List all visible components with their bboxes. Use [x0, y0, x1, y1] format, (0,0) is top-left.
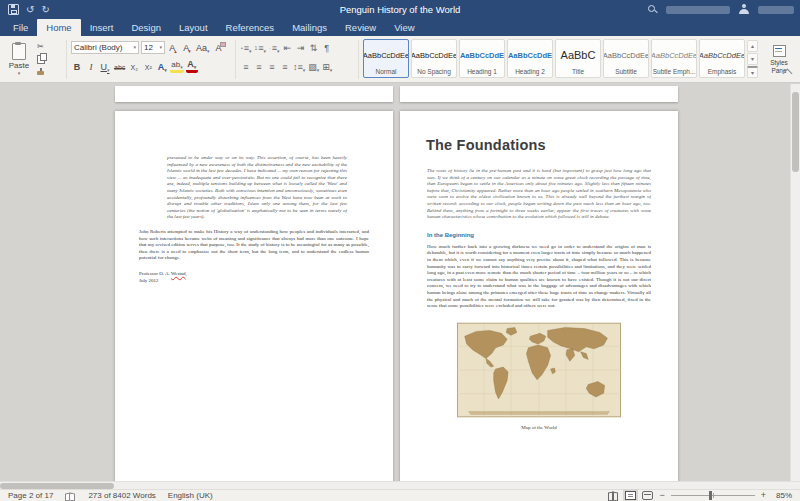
- signature-line[interactable]: Professor O. A. Westad,: [139, 271, 369, 276]
- numbering-button[interactable]: 1≡▾: [254, 41, 268, 54]
- previous-page-bottom-right: [400, 86, 678, 102]
- misspelled-word[interactable]: Westad: [171, 271, 186, 276]
- zoom-slider-thumb[interactable]: [709, 491, 712, 500]
- italic-button[interactable]: I: [85, 60, 97, 73]
- style-subtle-emphasis[interactable]: AaBbCcDdEe Subtle Emph...: [651, 39, 697, 78]
- style-heading-1[interactable]: AaBbCcDdE Heading 1: [459, 39, 505, 78]
- styles-scroll-up-button[interactable]: ▴: [747, 40, 758, 52]
- chapter-body-paragraph[interactable]: How much further back into a growing dar…: [427, 244, 651, 310]
- read-mode-button[interactable]: [608, 491, 619, 500]
- paste-button[interactable]: Paste ▾: [4, 39, 34, 80]
- zoom-level[interactable]: 85%: [772, 491, 792, 500]
- sort-button[interactable]: ⇅: [308, 41, 320, 54]
- line-spacing-button[interactable]: ↕≡▾: [292, 60, 306, 73]
- subscript-button[interactable]: X₂: [128, 60, 140, 73]
- show-formatting-marks-button[interactable]: ¶: [321, 41, 333, 54]
- proofing-status-icon[interactable]: [65, 492, 76, 500]
- bold-button[interactable]: B: [71, 60, 83, 73]
- style-subtitle[interactable]: AaBbCcDdEe Subtitle: [603, 39, 649, 78]
- redacted-signin-text: [666, 6, 730, 14]
- style-emphasis[interactable]: AaBbCcDdEe Emphasis: [699, 39, 745, 78]
- shading-button[interactable]: ▨▾: [307, 60, 320, 73]
- format-painter-button[interactable]: [37, 67, 45, 78]
- format-painter-icon: [37, 71, 44, 75]
- tab-home[interactable]: Home: [37, 19, 80, 36]
- document-canvas[interactable]: presumed to be under way or on its way. …: [0, 84, 800, 481]
- justify-button[interactable]: ≡: [279, 60, 291, 73]
- styles-scroll-down-button[interactable]: ▾: [747, 53, 758, 65]
- underline-button[interactable]: U▾: [99, 60, 111, 73]
- word-count[interactable]: 273 of 8402 Words: [88, 491, 155, 500]
- styles-more-button[interactable]: ▾: [747, 66, 758, 78]
- increase-indent-button[interactable]: ⇥: [295, 41, 307, 54]
- preface-quote-paragraph[interactable]: presumed to be under way or on its way. …: [167, 155, 347, 221]
- bullets-button[interactable]: •≡▾: [240, 41, 253, 54]
- zoom-out-button[interactable]: −: [659, 491, 664, 500]
- vertical-scrollbar-thumb[interactable]: [792, 92, 799, 172]
- borders-button[interactable]: ⊞▾: [321, 60, 333, 73]
- zoom-slider[interactable]: [671, 491, 755, 500]
- page-left[interactable]: presumed to be under way or on its way. …: [115, 111, 393, 481]
- clear-formatting-button[interactable]: A: [213, 41, 225, 54]
- align-right-button[interactable]: ≡: [266, 60, 278, 73]
- vertical-scrollbar[interactable]: [790, 84, 800, 481]
- grow-font-button[interactable]: A▴: [167, 41, 179, 54]
- clipboard-small-buttons: ✂: [37, 39, 45, 78]
- multilevel-list-button[interactable]: ·≡▾: [268, 41, 280, 54]
- highlight-color-button[interactable]: ab▾: [170, 60, 183, 73]
- font-size-select[interactable]: 12 ▾: [141, 41, 165, 54]
- section-subheading[interactable]: In the Beginning: [427, 232, 651, 238]
- title-bar-right: [647, 0, 794, 19]
- font-family-value: Calibri (Body): [74, 43, 122, 52]
- tab-mailings[interactable]: Mailings: [283, 19, 336, 36]
- account-icon[interactable]: [738, 4, 750, 15]
- tab-insert[interactable]: Insert: [81, 19, 123, 36]
- shrink-font-button[interactable]: A▾: [181, 41, 193, 54]
- undo-button[interactable]: ↺: [26, 5, 34, 15]
- redo-button[interactable]: ↻: [41, 5, 49, 15]
- tab-review[interactable]: Review: [336, 19, 385, 36]
- style-normal[interactable]: AaBbCcDdEe Normal: [363, 39, 409, 78]
- font-color-button[interactable]: A▾: [186, 60, 198, 73]
- page-indicator[interactable]: Page 2 of 17: [8, 491, 53, 500]
- quick-access-toolbar: ↺ ↻: [0, 4, 50, 15]
- style-heading-2[interactable]: AaBbCcDdE Heading 2: [507, 39, 553, 78]
- tab-view[interactable]: View: [385, 19, 423, 36]
- strikethrough-button[interactable]: abc: [113, 60, 126, 73]
- preface-paragraph[interactable]: John Roberts attempted to make his Histo…: [139, 229, 369, 262]
- tab-layout[interactable]: Layout: [170, 19, 217, 36]
- web-layout-button[interactable]: [642, 491, 653, 500]
- align-center-icon: ≡: [256, 62, 261, 73]
- style-no-spacing[interactable]: AaBbCcDdEe No Spacing: [411, 39, 457, 78]
- decrease-indent-button[interactable]: ⇤: [282, 41, 294, 54]
- tab-design[interactable]: Design: [122, 19, 170, 36]
- date-line[interactable]: July 2012: [139, 278, 369, 283]
- font-family-select[interactable]: Calibri (Body) ▾: [71, 41, 139, 54]
- status-bar-right: − + 85%: [608, 491, 792, 500]
- cut-button[interactable]: ✂: [37, 41, 45, 52]
- tab-file[interactable]: File: [4, 19, 37, 36]
- page-right[interactable]: The Foundations The roots of history lie…: [400, 111, 678, 481]
- text-effects-button[interactable]: A▾: [156, 60, 168, 73]
- paragraph-group: •≡▾ 1≡▾ ·≡▾ ⇤ ⇥ ⇅ ¶ ≡ ≡ ≡ ≡ ↕≡▾ ▨▾ ⊞▾: [240, 39, 354, 80]
- tab-references[interactable]: References: [217, 19, 284, 36]
- language-indicator[interactable]: English (UK): [168, 491, 213, 500]
- zoom-in-button[interactable]: +: [761, 491, 766, 500]
- change-case-button[interactable]: Aa▾: [195, 41, 211, 54]
- title-bar: ↺ ↻ Penguin History of the World: [0, 0, 800, 19]
- status-bar: Page 2 of 17 273 of 8402 Words English (…: [0, 489, 800, 501]
- superscript-button[interactable]: X²: [142, 60, 154, 73]
- save-button[interactable]: [8, 4, 19, 15]
- copy-button[interactable]: [37, 54, 45, 65]
- chapter-title[interactable]: The Foundations: [426, 137, 654, 153]
- align-left-button[interactable]: ≡: [240, 60, 252, 73]
- search-icon[interactable]: [647, 4, 658, 15]
- style-title[interactable]: AaBbC Title: [555, 39, 601, 78]
- align-center-button[interactable]: ≡: [253, 60, 265, 73]
- world-map-image[interactable]: Map of the World: [457, 322, 621, 430]
- styles-gallery-scroll: ▴ ▾ ▾: [747, 39, 758, 78]
- print-layout-button[interactable]: [625, 491, 636, 500]
- horizontal-scrollbar[interactable]: [0, 481, 800, 489]
- paste-dropdown-arrow: ▾: [18, 71, 21, 76]
- chapter-intro-paragraph[interactable]: The roots of history lie in the pre-huma…: [427, 168, 651, 221]
